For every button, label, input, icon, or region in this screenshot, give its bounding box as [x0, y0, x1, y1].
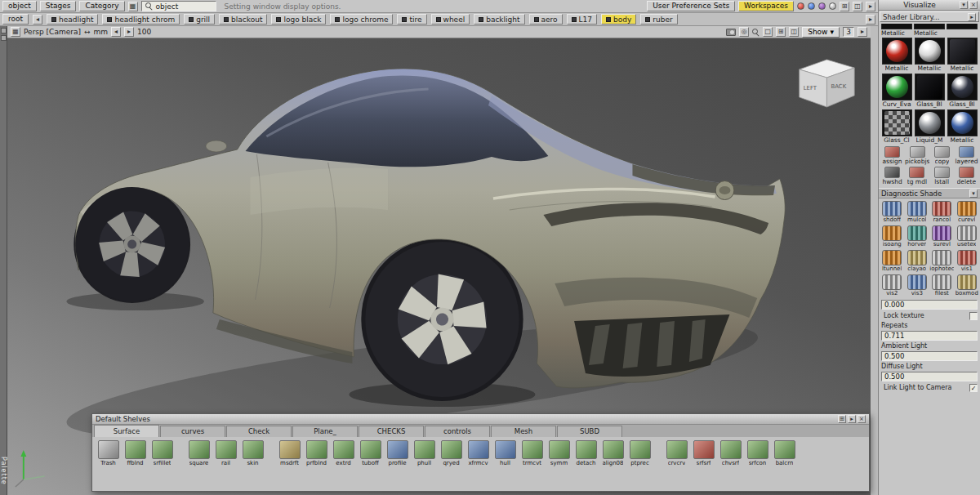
- shader-purple-icon[interactable]: [818, 2, 826, 10]
- shelf-tool-button[interactable]: extrd: [331, 440, 356, 466]
- clipped-swatch[interactable]: [914, 24, 945, 29]
- shader-swatch[interactable]: Metallic: [881, 38, 912, 73]
- shader-gray-icon[interactable]: [829, 2, 836, 10]
- units-label[interactable]: mm: [94, 28, 109, 36]
- quad-pane-icon[interactable]: ⊞: [776, 27, 786, 37]
- shelf-tool-button[interactable]: hull: [492, 440, 518, 466]
- shelf-scroll-left-icon[interactable]: ◂: [33, 15, 42, 25]
- diagnostic-shade-header[interactable]: Diagnostic Shade ▾: [879, 188, 980, 198]
- shelves-expand-icon[interactable]: ▸: [848, 415, 856, 423]
- shader-swatch[interactable]: Glass_Bl: [947, 74, 978, 109]
- diagnostic-tool-button[interactable]: vis2: [880, 274, 905, 297]
- shelf-tool-button[interactable]: square: [186, 440, 212, 466]
- diagnostic-tool-button[interactable]: iophotec: [929, 250, 955, 272]
- shelf-tool-button[interactable]: crvcrv: [664, 440, 689, 466]
- shelf-tool-button[interactable]: balcrn: [772, 440, 797, 466]
- shelf-tool-button[interactable]: srfsrf: [691, 440, 716, 466]
- diagnostic-tool-button[interactable]: ltunnel: [880, 250, 905, 272]
- shelf-tool-button[interactable]: symm: [546, 440, 572, 466]
- shader-action-button[interactable]: assign: [880, 146, 904, 165]
- shelf-tab[interactable]: Check: [226, 426, 292, 437]
- diagnostic-collapse-icon[interactable]: ▾: [969, 190, 978, 198]
- layout-grid-icon[interactable]: ⊞: [840, 2, 849, 11]
- diffuse-light-field[interactable]: 0.500: [881, 372, 978, 381]
- viewport-grid-icon[interactable]: ▦: [11, 27, 20, 37]
- diagnostic-tool-button[interactable]: horver: [905, 225, 930, 247]
- shader-action-button[interactable]: tg mdl: [905, 167, 929, 185]
- shelf-tool-button[interactable]: chvsrf: [718, 440, 743, 466]
- search-box[interactable]: object: [141, 1, 216, 11]
- zoom-decrease-icon[interactable]: ◂: [111, 27, 121, 37]
- shelf-button[interactable]: wheel: [431, 14, 470, 25]
- diagnostic-tool-button[interactable]: clayao: [905, 250, 930, 272]
- shader-red-icon[interactable]: [797, 2, 804, 10]
- shelf-tool-button[interactable]: ptprec: [627, 440, 653, 466]
- category-tab[interactable]: Category: [79, 1, 124, 11]
- menubar-overflow-arrow-icon[interactable]: ▸: [866, 2, 875, 11]
- zoom-tool-icon[interactable]: [752, 29, 760, 36]
- shader-swatch[interactable]: Metallic: [914, 38, 945, 73]
- user-preference-sets-button[interactable]: User Preference Sets: [647, 1, 735, 11]
- shelf-tab[interactable]: controls: [425, 426, 490, 437]
- link-light-checkbox[interactable]: ✓: [969, 384, 978, 392]
- zoom-value[interactable]: 100: [137, 28, 151, 36]
- view-cube[interactable]: LEFT BACK: [800, 60, 854, 107]
- diagnostic-tool-button[interactable]: rancol: [929, 201, 955, 223]
- shelf-tool-button[interactable]: msdrft: [277, 440, 302, 466]
- shelf-button[interactable]: headlight: [47, 14, 98, 25]
- repeats-field[interactable]: 0.711: [881, 331, 978, 341]
- shelves-grid-icon[interactable]: ⊞: [838, 415, 846, 423]
- diagnostic-tool-button[interactable]: surevl: [929, 225, 955, 247]
- diagnostic-tool-button[interactable]: boxmod: [955, 274, 980, 297]
- shelf-button[interactable]: backlight: [474, 14, 524, 25]
- diagnostic-tool-button[interactable]: isoang: [880, 225, 905, 247]
- root-button[interactable]: root: [2, 14, 29, 25]
- toolbox-icon[interactable]: ▦: [128, 2, 138, 11]
- shelf-tab[interactable]: SUBD: [557, 426, 622, 437]
- panel-close-icon[interactable]: ×: [969, 1, 978, 9]
- panel-menu-icon[interactable]: ▾: [960, 1, 968, 9]
- shelf-tool-button[interactable]: tuboff: [358, 440, 383, 466]
- shelf-tab[interactable]: Mesh: [491, 426, 556, 437]
- next-page-icon[interactable]: ▸: [858, 27, 867, 37]
- shelf-button[interactable]: tire: [397, 14, 426, 25]
- shelf-tool-button[interactable]: qryed: [439, 440, 464, 466]
- ambient-light-field[interactable]: 0.500: [881, 351, 978, 361]
- shader-action-button[interactable]: hwshd: [880, 167, 904, 185]
- stages-tab[interactable]: Stages: [40, 1, 77, 11]
- camera-icon[interactable]: [726, 29, 736, 36]
- shelf-tool-button[interactable]: srfcon: [745, 440, 770, 466]
- shelf-tab[interactable]: CHECKS: [359, 426, 424, 437]
- shader-swatch[interactable]: Metallic: [947, 38, 978, 73]
- split-pane-icon[interactable]: ◫: [789, 27, 799, 37]
- shader-blue-icon[interactable]: [808, 2, 815, 10]
- diagnostic-tool-button[interactable]: filest: [929, 274, 955, 297]
- shelf-tool-button[interactable]: profile: [385, 440, 410, 466]
- shader-swatch[interactable]: Glass_Cl: [881, 109, 912, 145]
- object-lister-tab[interactable]: object: [2, 1, 37, 11]
- shelf-tool-button[interactable]: align08: [600, 440, 626, 466]
- shelf-tool-button[interactable]: prfblnd: [304, 440, 329, 466]
- palette-label[interactable]: Palette: [0, 457, 7, 485]
- shelf-tool-button[interactable]: xfrmcv: [466, 440, 491, 466]
- shader-action-button[interactable]: layered: [955, 146, 978, 165]
- lock-texture-checkbox[interactable]: [969, 312, 978, 320]
- shelf-button[interactable]: grill: [184, 14, 215, 25]
- shelf-button[interactable]: ruber: [640, 14, 677, 25]
- shelves-close-icon[interactable]: ×: [858, 415, 866, 423]
- shader-swatch[interactable]: Metallic: [947, 109, 978, 145]
- shelf-button[interactable]: aero: [529, 14, 563, 25]
- shelf-tool-button[interactable]: Trash: [96, 440, 121, 466]
- diagnostic-tool-button[interactable]: shdoff: [880, 201, 905, 223]
- single-pane-icon[interactable]: □: [763, 27, 773, 37]
- shelf-button[interactable]: L17: [567, 14, 597, 25]
- shelf-button[interactable]: body: [601, 14, 636, 25]
- shelf-tool-button[interactable]: skin: [240, 440, 265, 466]
- shelf-tool-button[interactable]: ffblnd: [122, 440, 148, 466]
- shelf-tool-button[interactable]: rail: [213, 440, 238, 466]
- shader-action-button[interactable]: delete: [955, 167, 978, 185]
- page-indicator[interactable]: 3: [843, 27, 854, 37]
- shelf-button[interactable]: headlight chrom: [102, 14, 180, 25]
- shader-library-button[interactable]: Shader Library... ▸: [880, 11, 979, 22]
- shelf-tool-button[interactable]: phull: [412, 440, 437, 466]
